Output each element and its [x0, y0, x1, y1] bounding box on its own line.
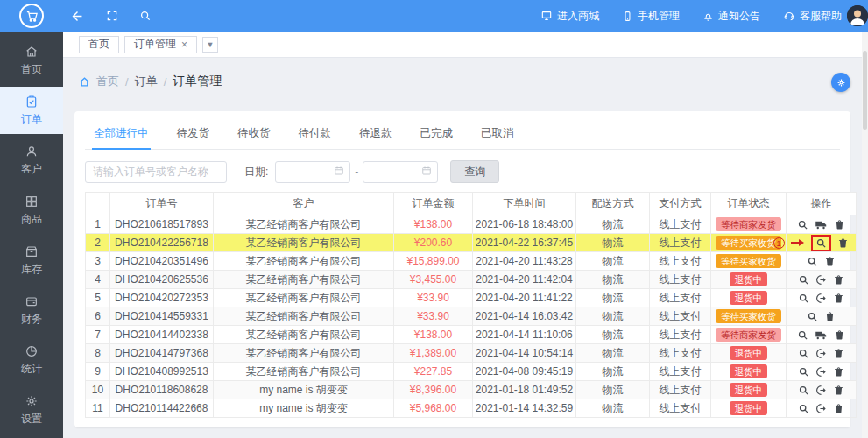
sidebar-item-orders[interactable]: 订单 — [0, 87, 63, 134]
view-button-icon[interactable] — [798, 274, 809, 286]
window-tab-label: 首页 — [88, 37, 109, 52]
finance-icon — [25, 294, 39, 308]
view-button-icon[interactable] — [807, 256, 818, 267]
order-time: 2021-06-18 18:48:00 — [473, 215, 576, 234]
sidebar-item-stats[interactable]: 统计 — [0, 336, 63, 384]
return-button-icon[interactable] — [815, 366, 827, 378]
header-nav-support[interactable]: 客服帮助 — [783, 9, 842, 24]
order-icon — [25, 95, 39, 109]
search-input[interactable] — [85, 161, 227, 183]
order-amount: ¥3,455.00 — [394, 271, 473, 289]
customer-name: 某乙经销商客户有限公司 — [214, 344, 394, 363]
delete-button-icon[interactable] — [834, 329, 845, 341]
delete-button-icon[interactable] — [824, 256, 836, 267]
delete-button-icon[interactable] — [833, 274, 844, 286]
query-button[interactable]: 查询 — [450, 160, 499, 183]
chevron-down-icon: ▼ — [207, 40, 215, 49]
ship-button-icon[interactable] — [815, 328, 828, 342]
view-button-icon[interactable] — [797, 219, 808, 230]
delete-button-icon[interactable] — [833, 403, 844, 414]
view-button-icon[interactable] — [807, 311, 818, 322]
customer-name: 某乙经销商客户有限公司 — [214, 289, 394, 307]
customer-name: 某乙经销商客户有限公司 — [214, 215, 394, 234]
fullscreen-icon[interactable] — [106, 10, 118, 22]
view-button-icon[interactable] — [798, 366, 809, 378]
view-button-icon[interactable] — [798, 293, 809, 304]
content-area: 首页 / 订单 / 订单管理 全部进行中待发货待收货待付款待退款已完成已取消 日… — [63, 58, 868, 438]
back-icon[interactable] — [70, 9, 85, 24]
avatar[interactable] — [847, 5, 868, 26]
view-button-icon[interactable] — [815, 237, 827, 249]
delivery-method: 物流 — [576, 344, 650, 363]
table-row[interactable]: 11DHO210114422668my name is 胡变变¥5,968.00… — [86, 399, 857, 418]
filter-tab-all[interactable]: 全部进行中 — [92, 122, 151, 150]
header-nav-shop[interactable]: 进入商城 — [540, 9, 599, 24]
filter-tab-to-refund[interactable]: 待退款 — [357, 122, 394, 150]
return-button-icon[interactable] — [815, 403, 827, 414]
table-row[interactable]: 3DHO210420351496某乙经销商客户有限公司¥15,899.00202… — [86, 252, 857, 271]
date-to-input[interactable] — [363, 161, 438, 183]
table-row[interactable]: 8DHO210414797368某乙经销商客户有限公司¥1,389.002021… — [86, 344, 857, 363]
delete-button-icon[interactable] — [833, 293, 844, 304]
column-header — [86, 193, 110, 215]
customer-name: 某乙经销商客户有限公司 — [214, 252, 394, 271]
return-button-icon[interactable] — [815, 293, 827, 304]
window-tab-order[interactable]: 订单管理× — [124, 36, 197, 53]
view-button-icon[interactable] — [798, 385, 809, 396]
table-row[interactable]: 9DHO210408992513某乙经销商客户有限公司¥227.852021-0… — [86, 363, 857, 381]
delete-button-icon[interactable] — [833, 366, 844, 378]
table-row[interactable]: 4DHO210420625536某乙经销商客户有限公司¥3,455.002021… — [86, 271, 857, 289]
operations-cell — [787, 252, 857, 271]
status-cell: 退货中 — [711, 363, 787, 381]
return-button-icon[interactable] — [815, 274, 827, 286]
delete-button-icon[interactable] — [824, 311, 836, 322]
filter-tab-to-pay[interactable]: 待付款 — [297, 122, 334, 150]
table-row[interactable]: 7DHO210414402338某乙经销商客户有限公司¥138.002021-0… — [86, 326, 857, 344]
quick-settings-button[interactable] — [831, 73, 850, 92]
table-row[interactable]: 6DHO210414559331某乙经销商客户有限公司¥33.902021-04… — [86, 307, 857, 326]
view-button-icon[interactable] — [798, 403, 809, 414]
header-nav-notice[interactable]: 通知公告 — [702, 9, 760, 24]
delete-button-icon[interactable] — [834, 219, 845, 230]
breadcrumb-home[interactable]: 首页 — [96, 74, 119, 89]
date-from-input[interactable] — [275, 161, 350, 183]
filter-tab-completed[interactable]: 已完成 — [419, 122, 455, 150]
table-row[interactable]: 2DHO210422256718某乙经销商客户有限公司¥200.602021-0… — [86, 234, 857, 252]
scrollbar-thumb[interactable] — [863, 51, 867, 130]
table-row[interactable]: 1DHO210618517893某乙经销商客户有限公司¥138.002021-0… — [86, 215, 857, 234]
view-button-icon[interactable] — [797, 329, 808, 341]
sidebar-item-customers[interactable]: 客户 — [0, 137, 63, 184]
table-row[interactable]: 10DHO210118608628my name is 胡变变¥8,396.00… — [86, 381, 857, 399]
delete-button-icon[interactable] — [833, 348, 844, 359]
shop-icon — [540, 10, 553, 22]
row-index: 4 — [86, 271, 110, 289]
breadcrumb-separator: / — [164, 75, 167, 88]
delivery-method: 物流 — [576, 326, 650, 344]
return-button-icon[interactable] — [815, 348, 827, 359]
view-button-icon[interactable] — [798, 348, 809, 359]
sidebar-item-settings[interactable]: 设置 — [0, 386, 63, 434]
delete-button-icon[interactable] — [833, 385, 844, 396]
header-nav-phone[interactable]: 手机管理 — [622, 9, 680, 24]
filter-tab-cancelled[interactable]: 已取消 — [479, 122, 516, 150]
breadcrumb-orders[interactable]: 订单 — [135, 74, 158, 89]
search-icon[interactable] — [139, 10, 152, 22]
return-button-icon[interactable] — [815, 385, 827, 396]
table-row[interactable]: 5DHO210420272353某乙经销商客户有限公司¥33.902021-04… — [86, 289, 857, 307]
tab-dropdown-button[interactable]: ▼ — [202, 37, 218, 53]
sidebar-item-goods[interactable]: 商品 — [0, 187, 63, 234]
sidebar-item-home[interactable]: 首页 — [0, 37, 63, 84]
customer-name: my name is 胡变变 — [214, 381, 394, 399]
window-tab-home[interactable]: 首页 — [79, 36, 119, 53]
filter-tab-to-receive[interactable]: 待收货 — [236, 122, 272, 150]
calendar-icon — [334, 164, 344, 180]
logo[interactable] — [0, 4, 63, 28]
tab-close-icon[interactable]: × — [181, 39, 187, 50]
order-no: DHO210414402338 — [110, 326, 214, 344]
ship-button-icon[interactable] — [815, 218, 828, 231]
delivery-method: 物流 — [576, 307, 650, 326]
delete-button-icon[interactable] — [837, 237, 849, 249]
filter-tab-to-ship[interactable]: 待发货 — [175, 122, 212, 150]
sidebar-item-stock[interactable]: 库存 — [0, 237, 63, 284]
sidebar-item-finance[interactable]: 财务 — [0, 286, 63, 334]
